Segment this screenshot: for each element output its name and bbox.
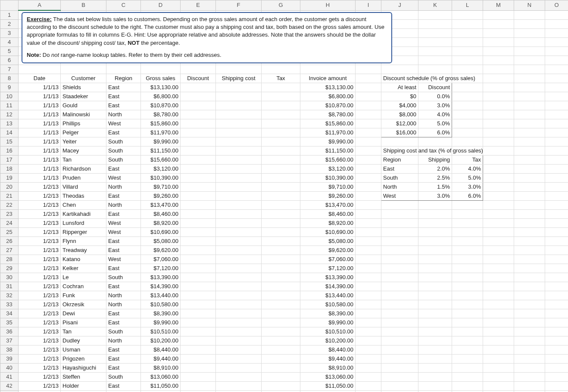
cell[interactable]	[545, 128, 568, 137]
cell[interactable]	[181, 192, 216, 201]
cell[interactable]	[514, 92, 545, 101]
cell[interactable]: 1/1/13	[19, 119, 61, 128]
cell[interactable]	[262, 273, 300, 282]
cell[interactable]: $12,000	[381, 119, 418, 128]
cell[interactable]	[216, 65, 262, 74]
data-header-B[interactable]: Customer	[61, 74, 106, 83]
row-header[interactable]: 10	[0, 92, 19, 101]
cell[interactable]	[545, 210, 568, 219]
cell[interactable]	[545, 47, 568, 56]
cell[interactable]: $10,580.00	[300, 300, 356, 309]
cell[interactable]	[418, 282, 452, 291]
cell[interactable]: West	[106, 228, 141, 237]
cell[interactable]	[514, 183, 545, 192]
row-header[interactable]: 40	[0, 364, 19, 373]
cell[interactable]	[262, 282, 300, 291]
cell[interactable]: $13,440.00	[300, 291, 356, 300]
cell[interactable]: Staadeker	[61, 92, 106, 101]
cell[interactable]	[181, 373, 216, 382]
cell[interactable]: Shields	[61, 83, 106, 92]
cell[interactable]: East	[381, 165, 418, 174]
cell[interactable]: Lunsford	[61, 219, 106, 228]
cell[interactable]	[262, 146, 300, 156]
cell[interactable]: 3.0%	[418, 101, 452, 110]
cell[interactable]: 1/2/13	[19, 183, 61, 192]
cell[interactable]	[381, 291, 418, 300]
cell[interactable]	[545, 391, 568, 392]
cell[interactable]	[216, 110, 262, 119]
cell[interactable]: 5.0%	[418, 119, 452, 128]
row-header[interactable]: 36	[0, 327, 19, 336]
cell[interactable]	[483, 101, 514, 110]
cell[interactable]	[418, 391, 452, 392]
cell[interactable]: $8,460.00	[300, 210, 356, 219]
cell[interactable]	[181, 282, 216, 291]
cell[interactable]: 3.0%	[418, 192, 452, 201]
cell[interactable]	[262, 291, 300, 300]
cell[interactable]: East	[106, 165, 141, 174]
cell[interactable]	[483, 201, 514, 210]
row-header[interactable]: 8	[0, 74, 19, 83]
cell[interactable]	[483, 38, 514, 47]
cell[interactable]	[381, 300, 418, 309]
cell[interactable]	[545, 327, 568, 336]
cell[interactable]: 1/2/13	[19, 391, 61, 392]
cell[interactable]: 1/1/13	[19, 101, 61, 110]
discount-header-atleast[interactable]: At least	[381, 83, 418, 92]
cell[interactable]	[483, 391, 514, 392]
cell[interactable]	[381, 255, 418, 264]
cell[interactable]	[262, 83, 300, 92]
cell[interactable]	[381, 373, 418, 382]
cell[interactable]	[356, 327, 381, 336]
cell[interactable]	[262, 219, 300, 228]
cell[interactable]	[545, 156, 568, 165]
cell[interactable]	[262, 101, 300, 110]
cell[interactable]: $0	[381, 92, 418, 101]
cell[interactable]	[262, 318, 300, 327]
data-header-E[interactable]: Discount	[181, 74, 216, 83]
cell[interactable]	[19, 65, 61, 74]
cell[interactable]	[181, 264, 216, 273]
cell[interactable]	[452, 92, 483, 101]
cell[interactable]	[483, 327, 514, 336]
cell[interactable]: $10,690.00	[141, 228, 181, 237]
cell[interactable]	[483, 345, 514, 355]
cell[interactable]	[418, 300, 452, 309]
cell[interactable]: West	[106, 255, 141, 264]
cell[interactable]: East	[106, 264, 141, 273]
row-header[interactable]: 12	[0, 110, 19, 119]
cell[interactable]	[181, 119, 216, 128]
discount-schedule-title[interactable]: Discount schedule (% of gross sales)	[381, 74, 418, 83]
cell[interactable]	[381, 391, 418, 392]
cell[interactable]	[356, 355, 381, 364]
cell[interactable]	[381, 237, 418, 246]
cell[interactable]	[181, 128, 216, 137]
cell[interactable]	[483, 373, 514, 382]
cell[interactable]: $8,720.00	[141, 391, 181, 392]
cell[interactable]: $9,990.00	[300, 318, 356, 327]
cell[interactable]	[545, 83, 568, 92]
cell[interactable]: $6,800.00	[141, 92, 181, 101]
cell[interactable]	[356, 373, 381, 382]
cell[interactable]: South	[106, 146, 141, 156]
cell[interactable]: $11,150.00	[141, 146, 181, 156]
cell[interactable]: East	[106, 309, 141, 318]
cell[interactable]	[483, 264, 514, 273]
cell[interactable]	[452, 119, 483, 128]
row-header[interactable]: 28	[0, 255, 19, 264]
cell[interactable]	[216, 318, 262, 327]
cell[interactable]: West	[106, 219, 141, 228]
cell[interactable]: Funk	[61, 291, 106, 300]
cell[interactable]	[216, 264, 262, 273]
cell[interactable]	[452, 110, 483, 119]
cell[interactable]	[356, 364, 381, 373]
cell[interactable]: 1/1/13	[19, 165, 61, 174]
cell[interactable]	[483, 309, 514, 318]
cell[interactable]	[418, 382, 452, 391]
cell[interactable]	[262, 128, 300, 137]
cell[interactable]	[381, 246, 418, 255]
cell[interactable]: $10,200.00	[141, 336, 181, 345]
cell[interactable]: Holder	[61, 382, 106, 391]
cell[interactable]: West	[106, 119, 141, 128]
row-header[interactable]: 18	[0, 165, 19, 174]
